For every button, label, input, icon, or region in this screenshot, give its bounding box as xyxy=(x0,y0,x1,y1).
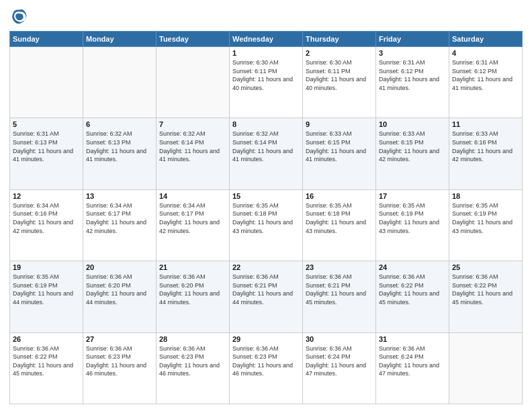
day-number: 31 xyxy=(379,335,446,343)
day-number: 15 xyxy=(232,192,300,200)
day-number: 27 xyxy=(86,335,153,343)
day-info: Sunrise: 6:36 AMSunset: 6:23 PMDaylight:… xyxy=(232,345,300,378)
calendar-cell: 23Sunrise: 6:36 AMSunset: 6:21 PMDayligh… xyxy=(303,261,376,332)
calendar-cell: 28Sunrise: 6:36 AMSunset: 6:23 PMDayligh… xyxy=(157,332,230,404)
calendar-cell: 5Sunrise: 6:31 AMSunset: 6:13 PMDaylight… xyxy=(10,118,83,189)
day-number: 26 xyxy=(13,335,80,343)
day-info: Sunrise: 6:34 AMSunset: 6:17 PMDaylight:… xyxy=(159,201,226,235)
day-info: Sunrise: 6:36 AMSunset: 6:22 PMDaylight:… xyxy=(452,273,519,306)
logo xyxy=(9,7,31,26)
day-info: Sunrise: 6:36 AMSunset: 6:22 PMDaylight:… xyxy=(379,273,446,306)
day-number: 2 xyxy=(306,49,373,57)
day-info: Sunrise: 6:33 AMSunset: 6:15 PMDaylight:… xyxy=(306,130,373,163)
weekday-header-monday: Monday xyxy=(83,32,157,47)
day-info: Sunrise: 6:33 AMSunset: 6:15 PMDaylight:… xyxy=(379,130,446,163)
day-info: Sunrise: 6:34 AMSunset: 6:16 PMDaylight:… xyxy=(13,201,80,235)
calendar-cell: 6Sunrise: 6:32 AMSunset: 6:13 PMDaylight… xyxy=(83,118,157,189)
day-info: Sunrise: 6:36 AMSunset: 6:23 PMDaylight:… xyxy=(159,345,226,378)
day-number: 1 xyxy=(232,49,300,57)
day-info: Sunrise: 6:32 AMSunset: 6:13 PMDaylight:… xyxy=(86,130,153,163)
page: SundayMondayTuesdayWednesdayThursdayFrid… xyxy=(0,0,532,411)
calendar-cell xyxy=(83,47,157,118)
day-info: Sunrise: 6:36 AMSunset: 6:21 PMDaylight:… xyxy=(232,273,300,306)
weekday-header-row: SundayMondayTuesdayWednesdayThursdayFrid… xyxy=(10,32,523,47)
day-info: Sunrise: 6:36 AMSunset: 6:24 PMDaylight:… xyxy=(379,345,446,378)
calendar-cell: 16Sunrise: 6:35 AMSunset: 6:18 PMDayligh… xyxy=(303,189,376,261)
day-number: 9 xyxy=(306,120,373,128)
day-info: Sunrise: 6:36 AMSunset: 6:20 PMDaylight:… xyxy=(86,273,153,306)
day-number: 6 xyxy=(86,120,153,128)
weekday-header-tuesday: Tuesday xyxy=(157,32,230,47)
calendar-cell: 3Sunrise: 6:31 AMSunset: 6:12 PMDaylight… xyxy=(376,47,449,118)
calendar-cell: 2Sunrise: 6:30 AMSunset: 6:11 PMDaylight… xyxy=(303,47,376,118)
day-number: 13 xyxy=(86,192,153,200)
day-info: Sunrise: 6:32 AMSunset: 6:14 PMDaylight:… xyxy=(159,130,226,163)
calendar-cell: 31Sunrise: 6:36 AMSunset: 6:24 PMDayligh… xyxy=(376,332,449,404)
day-number: 10 xyxy=(379,120,446,128)
day-number: 25 xyxy=(452,263,519,271)
day-number: 22 xyxy=(232,263,300,271)
day-number: 23 xyxy=(306,263,373,271)
calendar-cell: 11Sunrise: 6:33 AMSunset: 6:16 PMDayligh… xyxy=(449,118,523,189)
day-number: 16 xyxy=(306,192,373,200)
calendar: SundayMondayTuesdayWednesdayThursdayFrid… xyxy=(9,31,523,404)
calendar-cell: 22Sunrise: 6:36 AMSunset: 6:21 PMDayligh… xyxy=(230,261,303,332)
day-info: Sunrise: 6:36 AMSunset: 6:23 PMDaylight:… xyxy=(86,345,153,378)
calendar-cell: 30Sunrise: 6:36 AMSunset: 6:24 PMDayligh… xyxy=(303,332,376,404)
day-info: Sunrise: 6:32 AMSunset: 6:14 PMDaylight:… xyxy=(232,130,300,163)
calendar-cell xyxy=(10,47,83,118)
weekday-header-friday: Friday xyxy=(376,32,449,47)
day-number: 30 xyxy=(306,335,373,343)
day-info: Sunrise: 6:31 AMSunset: 6:12 PMDaylight:… xyxy=(379,58,446,92)
week-row-5: 26Sunrise: 6:36 AMSunset: 6:22 PMDayligh… xyxy=(10,332,523,404)
calendar-cell: 15Sunrise: 6:35 AMSunset: 6:18 PMDayligh… xyxy=(230,189,303,261)
day-number: 11 xyxy=(452,120,519,128)
weekday-header-wednesday: Wednesday xyxy=(230,32,303,47)
header xyxy=(9,7,523,26)
day-info: Sunrise: 6:35 AMSunset: 6:18 PMDaylight:… xyxy=(306,201,373,235)
weekday-header-saturday: Saturday xyxy=(449,32,523,47)
day-info: Sunrise: 6:36 AMSunset: 6:21 PMDaylight:… xyxy=(306,273,373,306)
weekday-header-sunday: Sunday xyxy=(10,32,83,47)
week-row-3: 12Sunrise: 6:34 AMSunset: 6:16 PMDayligh… xyxy=(10,189,523,261)
day-number: 24 xyxy=(379,263,446,271)
day-info: Sunrise: 6:35 AMSunset: 6:19 PMDaylight:… xyxy=(452,201,519,235)
day-number: 7 xyxy=(159,120,226,128)
calendar-cell: 9Sunrise: 6:33 AMSunset: 6:15 PMDaylight… xyxy=(303,118,376,189)
calendar-cell: 7Sunrise: 6:32 AMSunset: 6:14 PMDaylight… xyxy=(157,118,230,189)
calendar-cell: 29Sunrise: 6:36 AMSunset: 6:23 PMDayligh… xyxy=(230,332,303,404)
day-number: 8 xyxy=(232,120,300,128)
week-row-1: 1Sunrise: 6:30 AMSunset: 6:11 PMDaylight… xyxy=(10,47,523,118)
weekday-header-thursday: Thursday xyxy=(303,32,376,47)
day-info: Sunrise: 6:30 AMSunset: 6:11 PMDaylight:… xyxy=(232,58,300,92)
day-number: 14 xyxy=(159,192,226,200)
day-number: 20 xyxy=(86,263,153,271)
day-number: 29 xyxy=(232,335,300,343)
day-info: Sunrise: 6:34 AMSunset: 6:17 PMDaylight:… xyxy=(86,201,153,235)
day-info: Sunrise: 6:31 AMSunset: 6:12 PMDaylight:… xyxy=(452,58,519,92)
calendar-cell xyxy=(157,47,230,118)
calendar-cell: 27Sunrise: 6:36 AMSunset: 6:23 PMDayligh… xyxy=(83,332,157,404)
day-info: Sunrise: 6:35 AMSunset: 6:19 PMDaylight:… xyxy=(379,201,446,235)
day-info: Sunrise: 6:33 AMSunset: 6:16 PMDaylight:… xyxy=(452,130,519,163)
calendar-cell: 26Sunrise: 6:36 AMSunset: 6:22 PMDayligh… xyxy=(10,332,83,404)
day-number: 4 xyxy=(452,49,519,57)
calendar-cell: 25Sunrise: 6:36 AMSunset: 6:22 PMDayligh… xyxy=(449,261,523,332)
day-info: Sunrise: 6:31 AMSunset: 6:13 PMDaylight:… xyxy=(13,130,80,163)
week-row-4: 19Sunrise: 6:35 AMSunset: 6:19 PMDayligh… xyxy=(10,261,523,332)
day-info: Sunrise: 6:36 AMSunset: 6:24 PMDaylight:… xyxy=(306,345,373,378)
day-info: Sunrise: 6:35 AMSunset: 6:18 PMDaylight:… xyxy=(232,201,300,235)
calendar-cell: 12Sunrise: 6:34 AMSunset: 6:16 PMDayligh… xyxy=(10,189,83,261)
logo-icon xyxy=(9,7,28,26)
calendar-cell: 21Sunrise: 6:36 AMSunset: 6:20 PMDayligh… xyxy=(157,261,230,332)
calendar-cell: 1Sunrise: 6:30 AMSunset: 6:11 PMDaylight… xyxy=(230,47,303,118)
day-number: 18 xyxy=(452,192,519,200)
calendar-cell: 14Sunrise: 6:34 AMSunset: 6:17 PMDayligh… xyxy=(157,189,230,261)
calendar-cell: 10Sunrise: 6:33 AMSunset: 6:15 PMDayligh… xyxy=(376,118,449,189)
calendar-cell: 13Sunrise: 6:34 AMSunset: 6:17 PMDayligh… xyxy=(83,189,157,261)
calendar-cell: 24Sunrise: 6:36 AMSunset: 6:22 PMDayligh… xyxy=(376,261,449,332)
day-number: 5 xyxy=(13,120,80,128)
calendar-cell: 17Sunrise: 6:35 AMSunset: 6:19 PMDayligh… xyxy=(376,189,449,261)
day-number: 12 xyxy=(13,192,80,200)
day-info: Sunrise: 6:36 AMSunset: 6:20 PMDaylight:… xyxy=(159,273,226,306)
